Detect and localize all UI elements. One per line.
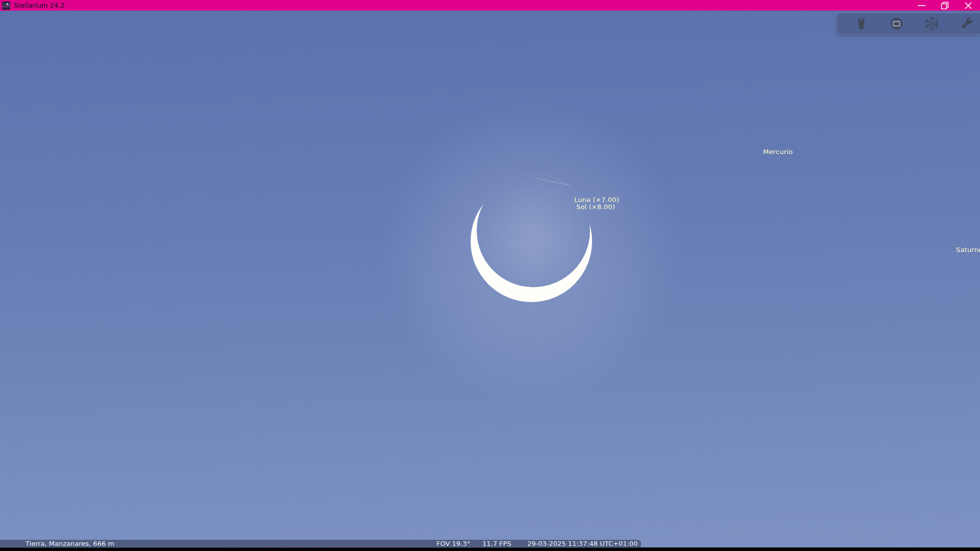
restore-icon [941,2,949,10]
stellarium-app-icon [2,2,10,10]
status-fps: 11.7 FPS [482,540,511,548]
screenshot-icon [889,16,904,31]
solar-eclipse-crescent[interactable] [0,11,980,547]
window-controls [910,0,980,11]
status-bar: Tierra, Manzanares, 666 m FOV 19.3° 11.7… [0,540,641,548]
center-target-icon [924,16,939,31]
center-target-button[interactable] [924,16,939,31]
minimize-button[interactable] [910,0,933,11]
sun-label[interactable]: Sol (×8.00) [576,203,615,211]
window-title: Stellarium 24.2 [14,0,64,11]
planet-label-saturn[interactable]: Saturno [956,246,980,254]
status-location: Tierra, Manzanares, 666 m [26,540,114,548]
planet-label-mercury[interactable]: Mercurio [763,148,793,156]
close-button[interactable] [957,0,980,11]
trash-icon [854,16,869,31]
ground-horizon-strip [0,547,980,551]
settings-wrench-button[interactable] [960,16,974,31]
restore-button[interactable] [933,0,957,11]
trash-button[interactable] [854,16,869,31]
moon-label[interactable]: Luna (×7.00) [574,196,619,204]
stellarium-window: Mercurio Luna (×7.00) Sol (×8.00) Saturn… [0,0,980,551]
top-right-toolbar [837,13,980,35]
title-bar[interactable]: Stellarium 24.2 [0,0,980,11]
close-icon [964,2,972,10]
sky-canvas[interactable]: Mercurio Luna (×7.00) Sol (×8.00) Saturn… [0,11,980,547]
screenshot-button[interactable] [889,16,904,31]
status-fov: FOV 19.3° [436,540,470,548]
status-datetime: 29-03-2025 11:37:48 UTC+01:00 [527,540,638,548]
wrench-icon [960,16,974,31]
minimize-icon [917,1,926,10]
